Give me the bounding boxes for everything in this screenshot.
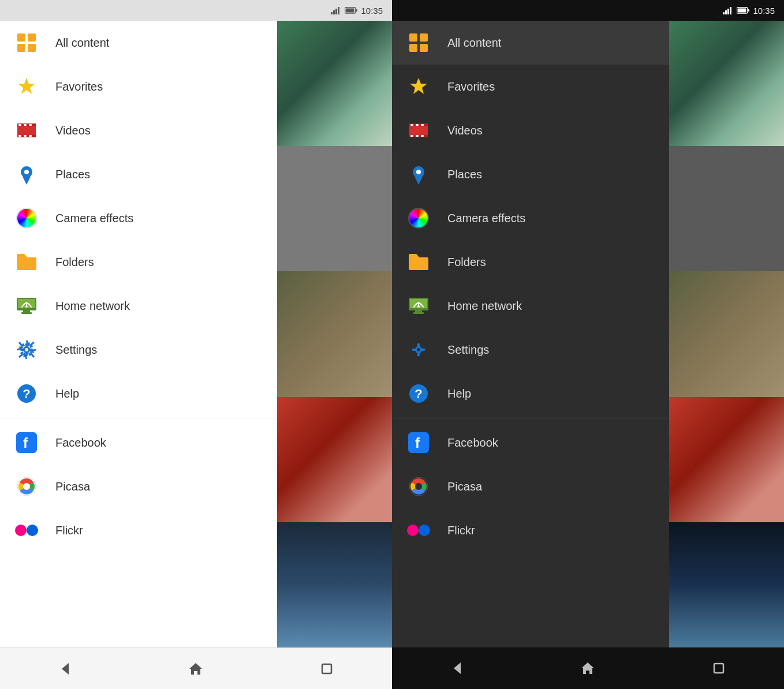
help-blue-icon-light: ? bbox=[14, 381, 39, 406]
camera-effects-label-light: Camera effects bbox=[55, 212, 133, 225]
svg-rect-18 bbox=[18, 135, 21, 137]
help-label-light: Help bbox=[55, 387, 79, 400]
back-button-light[interactable] bbox=[53, 656, 78, 681]
places-label-light: Places bbox=[55, 168, 90, 181]
svg-rect-19 bbox=[24, 135, 27, 137]
svg-rect-3 bbox=[338, 7, 339, 14]
svg-marker-49 bbox=[62, 663, 69, 675]
pin-blue-icon-dark bbox=[406, 162, 431, 187]
star-yellow-icon-dark bbox=[406, 74, 431, 99]
folders-label-dark: Folders bbox=[447, 256, 486, 269]
content-area-light: All content Favorites bbox=[0, 21, 392, 647]
menu-item-videos-light[interactable]: Videos bbox=[0, 108, 277, 152]
menu-item-flickr-dark[interactable]: Flickr bbox=[392, 508, 669, 552]
menu-item-places-light[interactable]: Places bbox=[0, 152, 277, 196]
menu-item-camera-effects-light[interactable]: Camera effects bbox=[0, 196, 277, 240]
facebook-label-light: Facebook bbox=[55, 436, 106, 450]
recents-button-dark[interactable] bbox=[706, 656, 731, 681]
film-red-icon-dark bbox=[406, 118, 431, 143]
menu-item-picasa-light[interactable]: Picasa bbox=[0, 465, 277, 508]
back-button-dark[interactable] bbox=[445, 656, 470, 681]
menu-item-all-content-light[interactable]: All content bbox=[0, 21, 277, 65]
menu-divider-light bbox=[0, 418, 277, 418]
svg-rect-16 bbox=[24, 124, 27, 126]
menu-item-settings-dark[interactable]: Settings bbox=[392, 328, 669, 372]
svg-rect-9 bbox=[17, 44, 25, 52]
svg-rect-7 bbox=[17, 33, 25, 42]
home-network-label-dark: Home network bbox=[447, 299, 522, 313]
recents-button-light[interactable] bbox=[314, 656, 339, 681]
svg-rect-53 bbox=[727, 9, 729, 14]
videos-label-light: Videos bbox=[55, 124, 91, 137]
picasa-icon-dark bbox=[406, 474, 431, 499]
menu-item-favorites-dark[interactable]: Favorites bbox=[392, 65, 669, 108]
grid-orange-icon-dark bbox=[406, 30, 431, 55]
home-button-dark[interactable] bbox=[575, 656, 600, 681]
svg-rect-20 bbox=[29, 135, 32, 137]
svg-rect-10 bbox=[28, 44, 36, 52]
sidebar-light: All content Favorites bbox=[0, 21, 277, 647]
menu-item-settings-light[interactable]: Settings bbox=[0, 328, 277, 372]
svg-rect-67 bbox=[416, 124, 419, 126]
thumb-2-light bbox=[277, 146, 392, 271]
svg-point-22 bbox=[24, 170, 29, 174]
thumb-2-dark bbox=[669, 146, 784, 271]
svg-rect-27 bbox=[21, 312, 32, 314]
menu-item-favorites-light[interactable]: Favorites bbox=[0, 65, 277, 108]
svg-rect-17 bbox=[29, 124, 32, 126]
status-bar-light: 10:35 bbox=[0, 0, 392, 21]
svg-marker-74 bbox=[415, 177, 423, 185]
svg-rect-60 bbox=[409, 44, 417, 52]
thumb-1-dark bbox=[669, 21, 784, 146]
svg-marker-62 bbox=[410, 78, 427, 94]
settings-label-light: Settings bbox=[55, 343, 97, 357]
menu-item-home-network-dark[interactable]: Home network bbox=[392, 284, 669, 328]
menu-item-all-content-dark[interactable]: All content bbox=[392, 21, 669, 65]
svg-rect-56 bbox=[748, 9, 750, 12]
menu-item-camera-effects-dark[interactable]: Camera effects bbox=[392, 196, 669, 240]
svg-marker-98 bbox=[454, 662, 461, 674]
svg-rect-51 bbox=[723, 12, 725, 14]
svg-rect-58 bbox=[409, 33, 417, 42]
svg-point-81 bbox=[417, 348, 420, 351]
menu-item-folders-dark[interactable]: Folders bbox=[392, 240, 669, 284]
svg-rect-66 bbox=[410, 124, 413, 126]
menu-item-picasa-dark[interactable]: Picasa bbox=[392, 465, 669, 508]
menu-item-home-network-light[interactable]: Home network bbox=[0, 284, 277, 328]
picasa-label-light: Picasa bbox=[55, 480, 90, 493]
menu-item-places-dark[interactable]: Places bbox=[392, 152, 669, 196]
home-button-light[interactable] bbox=[183, 656, 208, 681]
grid-orange-icon bbox=[14, 30, 39, 55]
svg-point-79 bbox=[417, 305, 420, 308]
colorwheel-icon-dark bbox=[406, 205, 431, 231]
thumb-5-dark bbox=[669, 522, 784, 647]
flickr-label-dark: Flickr bbox=[447, 524, 475, 537]
nav-bar-light bbox=[0, 647, 392, 689]
menu-item-flickr-light[interactable]: Flickr bbox=[0, 508, 277, 552]
menu-item-facebook-dark[interactable]: f Facebook bbox=[392, 421, 669, 465]
settings-label-dark: Settings bbox=[447, 343, 489, 357]
film-red-icon bbox=[14, 118, 39, 143]
menu-item-help-dark[interactable]: ? Help bbox=[392, 372, 669, 415]
phone-panel-light: 10:35 All content bbox=[0, 0, 392, 689]
svg-point-97 bbox=[419, 525, 430, 536]
camera-effects-label-dark: Camera effects bbox=[447, 212, 525, 225]
sidebar-dark: All content Favorites bbox=[392, 21, 669, 647]
gear-blue-icon-light bbox=[14, 337, 39, 362]
menu-item-facebook-light[interactable]: f Facebook bbox=[0, 421, 277, 465]
svg-point-28 bbox=[25, 305, 28, 308]
menu-item-folders-light[interactable]: Folders bbox=[0, 240, 277, 284]
thumbnail-strip-dark bbox=[669, 21, 784, 647]
svg-rect-54 bbox=[730, 7, 731, 14]
svg-rect-71 bbox=[421, 135, 424, 137]
svg-rect-6 bbox=[346, 9, 354, 13]
facebook-icon-light: f bbox=[14, 430, 39, 455]
gear-blue-icon-dark bbox=[406, 337, 431, 362]
signal-icon-light bbox=[331, 6, 341, 14]
help-label-dark: Help bbox=[447, 387, 471, 400]
monitor-green-icon-dark bbox=[406, 293, 431, 319]
menu-item-help-light[interactable]: ? Help bbox=[0, 372, 277, 415]
svg-rect-1 bbox=[333, 10, 335, 14]
thumb-3-light bbox=[277, 271, 392, 396]
menu-item-videos-dark[interactable]: Videos bbox=[392, 108, 669, 152]
